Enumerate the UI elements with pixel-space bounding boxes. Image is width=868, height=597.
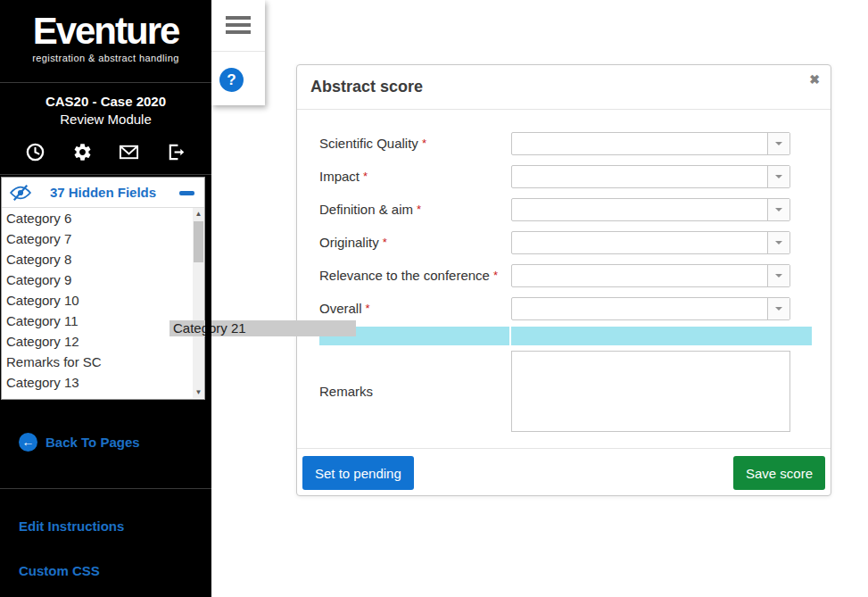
abstract-score-modal: Abstract score ✖ Scientific Quality* Imp…	[296, 64, 831, 496]
dropdown-arrow-button[interactable]	[767, 166, 789, 187]
list-scrollbar[interactable]: ▲ ▼	[193, 208, 204, 398]
hidden-field-item[interactable]: Category 6	[2, 208, 204, 228]
modal-header: Abstract score ✖	[297, 65, 831, 110]
hidden-field-item[interactable]: Category 13	[2, 372, 204, 393]
dropdown-arrow-button[interactable]	[767, 265, 789, 286]
hidden-field-item[interactable]: Category 8	[2, 249, 204, 269]
chevron-down-icon	[775, 208, 782, 215]
remarks-textarea[interactable]	[511, 351, 790, 432]
module-name: Review Module	[0, 111, 211, 129]
set-to-pending-button[interactable]: Set to pending	[302, 456, 414, 490]
save-score-button[interactable]: Save score	[733, 456, 825, 490]
required-marker: *	[417, 203, 421, 216]
hidden-field-item[interactable]: Remarks for SC	[2, 352, 204, 372]
clock-icon[interactable]	[25, 142, 45, 162]
mail-icon[interactable]	[119, 142, 139, 162]
sidebar-edge-strip	[205, 177, 211, 400]
hidden-fields-title: 37 Hidden Fields	[2, 185, 204, 200]
field-label-scientific-quality: Scientific Quality*	[319, 132, 426, 155]
drop-placeholder-field-column	[511, 327, 812, 345]
chevron-down-icon	[775, 274, 782, 281]
required-marker: *	[363, 170, 368, 183]
hidden-field-item[interactable]: Category 7	[2, 228, 204, 249]
hamburger-menu-button[interactable]	[211, 0, 265, 52]
scroll-up-icon[interactable]: ▲	[193, 208, 204, 220]
definition-aim-select[interactable]	[511, 198, 790, 221]
back-arrow-icon: ←	[19, 433, 37, 452]
dropdown-arrow-button[interactable]	[767, 199, 789, 220]
originality-select[interactable]	[511, 231, 790, 254]
field-label-definition-aim: Definition & aim*	[319, 198, 421, 221]
custom-css-link[interactable]: Custom CSS	[19, 563, 100, 578]
settings-gear-icon[interactable]	[72, 142, 93, 162]
required-marker: *	[366, 302, 370, 315]
impact-select[interactable]	[511, 165, 790, 188]
dropdown-arrow-button[interactable]	[767, 232, 789, 253]
eye-slash-icon	[9, 184, 32, 205]
sidebar-divider	[0, 174, 211, 175]
help-icon[interactable]: ?	[219, 68, 244, 92]
edit-instructions-link[interactable]: Edit Instructions	[19, 518, 124, 534]
field-label-impact: Impact*	[319, 165, 368, 188]
chevron-down-icon	[775, 175, 782, 182]
menu-flyout: ?	[211, 0, 265, 105]
field-label-originality: Originality*	[319, 231, 387, 254]
required-marker: *	[422, 137, 426, 150]
logout-icon[interactable]	[166, 142, 186, 162]
relevance-select[interactable]	[511, 264, 790, 287]
modal-footer: Set to pending Save score	[297, 448, 831, 495]
required-marker: *	[493, 269, 498, 282]
logo-title: Eventure	[0, 11, 211, 52]
sidebar: Eventure registration & abstract handlin…	[0, 0, 211, 597]
remarks-label: Remarks	[319, 351, 373, 432]
chevron-down-icon	[775, 307, 782, 314]
event-header: CAS20 - Case 2020 Review Module	[0, 93, 211, 129]
field-label-overall: Overall*	[319, 297, 370, 320]
back-to-pages-link[interactable]: ← Back To Pages	[19, 433, 140, 452]
scientific-quality-select[interactable]	[511, 132, 790, 155]
hidden-field-item[interactable]: Category 10	[2, 290, 204, 311]
scrollbar-thumb[interactable]	[194, 221, 203, 262]
logo-tagline: registration & abstract handling	[0, 53, 211, 63]
event-name: CAS20 - Case 2020	[0, 93, 211, 111]
sidebar-divider	[0, 488, 211, 489]
chevron-down-icon	[775, 142, 782, 149]
close-icon[interactable]: ✖	[809, 72, 820, 87]
sidebar-icon-row	[0, 142, 211, 162]
hidden-fields-list: Category 6 Category 7 Category 8 Categor…	[2, 208, 204, 398]
collapse-minus-button[interactable]	[179, 191, 194, 195]
field-label-relevance: Relevance to the conference*	[319, 264, 498, 287]
dropdown-arrow-button[interactable]	[767, 298, 789, 319]
hidden-fields-panel: 37 Hidden Fields Category 6 Category 7 C…	[1, 177, 205, 400]
back-to-pages-label: Back To Pages	[45, 435, 140, 450]
drag-helper-category-21[interactable]: Category 21	[169, 320, 356, 336]
page: Eventure registration & abstract handlin…	[0, 0, 868, 597]
overall-select[interactable]	[511, 297, 790, 320]
hidden-field-item[interactable]: Category 9	[2, 269, 204, 290]
hidden-fields-header: 37 Hidden Fields	[2, 178, 204, 208]
chevron-down-icon	[775, 241, 782, 248]
sidebar-divider	[0, 82, 211, 83]
scroll-down-icon[interactable]: ▼	[193, 386, 204, 398]
required-marker: *	[383, 236, 387, 249]
dropdown-arrow-button[interactable]	[767, 133, 789, 154]
modal-title: Abstract score	[310, 65, 423, 109]
hamburger-icon	[226, 16, 251, 20]
logo: Eventure registration & abstract handlin…	[0, 11, 211, 63]
